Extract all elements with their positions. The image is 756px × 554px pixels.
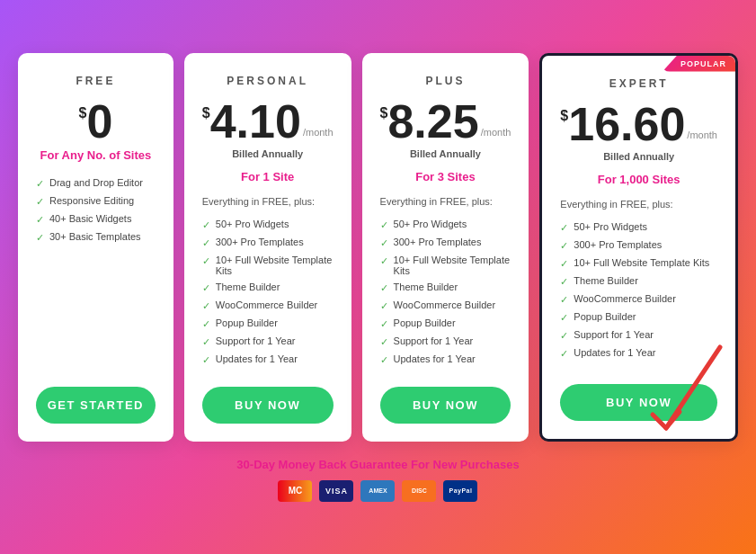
for-sites-free: For Any No. of Sites bbox=[40, 148, 152, 162]
check-icon: ✓ bbox=[36, 232, 44, 244]
check-icon: ✓ bbox=[560, 222, 568, 234]
check-icon: ✓ bbox=[380, 300, 388, 312]
for-sites-plus: For 3 Sites bbox=[415, 170, 475, 183]
feature-item: ✓WooCommerce Builder bbox=[560, 290, 717, 308]
check-icon: ✓ bbox=[560, 258, 568, 270]
plan-name-plus: PLUS bbox=[425, 75, 465, 87]
feature-item: ✓30+ Basic Templates bbox=[36, 228, 156, 246]
feature-text: Theme Builder bbox=[574, 275, 638, 286]
plan-card-personal: PERSONAL $ 4.10 /month Billed AnnuallyFo… bbox=[184, 53, 351, 442]
features-list-expert: ✓50+ Pro Widgets✓300+ Pro Templates✓10+ … bbox=[560, 219, 717, 366]
check-icon: ✓ bbox=[202, 336, 210, 348]
footer-section: 30-Day Money Back Guarantee For New Purc… bbox=[236, 458, 519, 502]
feature-item: ✓Support for 1 Year bbox=[380, 333, 511, 351]
feature-item: ✓40+ Basic Widgets bbox=[36, 210, 156, 228]
cta-button-expert[interactable]: BUY NOW bbox=[560, 384, 717, 421]
feature-text: 30+ Basic Templates bbox=[49, 231, 141, 242]
visa-icon: VISA bbox=[319, 480, 353, 502]
payment-icons: MC VISA AMEX DISC PayPal bbox=[236, 480, 519, 502]
feature-text: 10+ Full Website Template Kits bbox=[574, 257, 709, 268]
feature-text: Support for 1 Year bbox=[574, 329, 654, 340]
feature-text: 10+ Full Website Template Kits bbox=[216, 255, 334, 276]
feature-item: ✓Drag and Drop Editor bbox=[36, 174, 156, 192]
feature-item: ✓Updates for 1 Year bbox=[560, 344, 717, 362]
feature-item: ✓Popup Builder bbox=[560, 308, 717, 326]
feature-item: ✓10+ Full Website Template Kits bbox=[202, 252, 334, 279]
cta-button-free[interactable]: GET STARTED bbox=[36, 387, 156, 424]
feature-text: Theme Builder bbox=[216, 281, 280, 292]
feature-text: Updates for 1 Year bbox=[394, 353, 476, 364]
feature-item: ✓Updates for 1 Year bbox=[202, 351, 334, 369]
feature-item: ✓50+ Pro Widgets bbox=[202, 216, 334, 234]
amex-icon: AMEX bbox=[360, 480, 395, 502]
feature-item: ✓50+ Pro Widgets bbox=[560, 219, 717, 237]
feature-text: 300+ Pro Templates bbox=[394, 237, 482, 247]
feature-text: Responsive Editing bbox=[49, 195, 134, 206]
billed-plus: Billed Annually bbox=[410, 148, 481, 159]
feature-text: WooCommerce Builder bbox=[216, 299, 318, 310]
currency-plus: $ bbox=[380, 105, 388, 121]
check-icon: ✓ bbox=[560, 240, 568, 252]
check-icon: ✓ bbox=[202, 282, 210, 294]
price-wrapper-personal: $ 4.10 /month bbox=[202, 98, 334, 145]
check-icon: ✓ bbox=[560, 276, 568, 288]
feature-item: ✓10+ Full Website Template Kits bbox=[380, 252, 511, 279]
feature-text: 50+ Pro Widgets bbox=[216, 219, 289, 229]
feature-item: ✓Theme Builder bbox=[380, 279, 511, 297]
feature-item: ✓Support for 1 Year bbox=[560, 326, 717, 344]
feature-text: Support for 1 Year bbox=[216, 335, 296, 346]
money-back-text: 30-Day Money Back Guarantee For New Purc… bbox=[236, 458, 519, 471]
currency-expert: $ bbox=[560, 108, 568, 124]
feature-item: ✓10+ Full Website Template Kits bbox=[560, 255, 717, 273]
feature-item: ✓Popup Builder bbox=[380, 315, 511, 333]
check-icon: ✓ bbox=[202, 354, 210, 366]
check-icon: ✓ bbox=[36, 196, 44, 208]
check-icon: ✓ bbox=[202, 300, 210, 312]
price-wrapper-plus: $ 8.25 /month bbox=[380, 98, 511, 145]
features-list-plus: ✓50+ Pro Widgets✓300+ Pro Templates✓10+ … bbox=[380, 216, 511, 369]
price-wrapper-expert: $ 16.60 /month bbox=[560, 101, 717, 147]
for-sites-personal: For 1 Site bbox=[241, 170, 294, 183]
check-icon: ✓ bbox=[380, 336, 388, 348]
billed-expert: Billed Annually bbox=[603, 151, 674, 162]
feature-text: Updates for 1 Year bbox=[216, 353, 298, 364]
price-personal: 4.10 bbox=[210, 98, 301, 145]
features-header-personal: Everything in FREE, plus: bbox=[202, 196, 315, 207]
check-icon: ✓ bbox=[380, 354, 388, 366]
feature-text: 50+ Pro Widgets bbox=[574, 221, 647, 232]
per-month-expert: /month bbox=[687, 130, 717, 140]
check-icon: ✓ bbox=[380, 282, 388, 294]
price-plus: 8.25 bbox=[387, 98, 478, 145]
feature-text: 50+ Pro Widgets bbox=[394, 219, 467, 229]
check-icon: ✓ bbox=[560, 330, 568, 342]
feature-text: 40+ Basic Widgets bbox=[49, 213, 131, 224]
feature-item: ✓Theme Builder bbox=[202, 279, 334, 297]
cta-button-plus[interactable]: BUY NOW bbox=[380, 387, 511, 424]
feature-item: ✓Updates for 1 Year bbox=[380, 351, 511, 369]
check-icon: ✓ bbox=[560, 294, 568, 306]
feature-item: ✓50+ Pro Widgets bbox=[380, 216, 511, 234]
check-icon: ✓ bbox=[560, 312, 568, 324]
per-month-personal: /month bbox=[303, 127, 334, 138]
check-icon: ✓ bbox=[560, 348, 568, 360]
feature-item: ✓Support for 1 Year bbox=[202, 333, 334, 351]
pricing-cards-wrapper: FREE $ 0 For Any No. of Sites✓Drag and D… bbox=[18, 53, 738, 442]
cta-button-personal[interactable]: BUY NOW bbox=[202, 387, 334, 424]
feature-text: Popup Builder bbox=[574, 311, 636, 322]
features-list-free: ✓Drag and Drop Editor✓Responsive Editing… bbox=[36, 174, 156, 369]
check-icon: ✓ bbox=[202, 219, 210, 231]
feature-item: ✓Theme Builder bbox=[560, 273, 717, 290]
plan-name-free: FREE bbox=[76, 75, 115, 87]
paypal-icon: PayPal bbox=[443, 480, 477, 502]
feature-text: WooCommerce Builder bbox=[394, 299, 496, 310]
features-header-expert: Everything in FREE, plus: bbox=[560, 199, 672, 210]
plan-card-free: FREE $ 0 For Any No. of Sites✓Drag and D… bbox=[18, 53, 173, 442]
feature-text: 10+ Full Website Template Kits bbox=[394, 255, 511, 276]
feature-item: ✓WooCommerce Builder bbox=[202, 297, 334, 315]
feature-text: 300+ Pro Templates bbox=[216, 237, 304, 247]
check-icon: ✓ bbox=[36, 178, 44, 190]
currency-free: $ bbox=[78, 105, 86, 121]
feature-item: ✓300+ Pro Templates bbox=[560, 237, 717, 255]
mastercard-icon: MC bbox=[278, 480, 312, 502]
feature-item: ✓Popup Builder bbox=[202, 315, 334, 333]
